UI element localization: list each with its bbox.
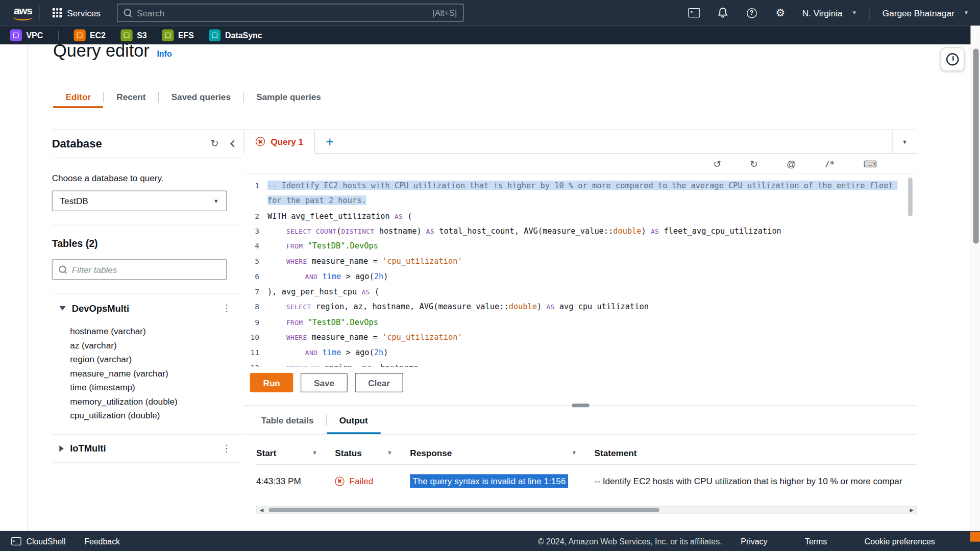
gear-icon: ⚙ [776,8,786,18]
redo-icon[interactable]: ↻ [750,159,757,168]
filter-caret-icon[interactable]: ▼ [312,449,317,456]
favorite-s3[interactable]: S3 [120,30,146,41]
column-label: Statement [594,447,636,458]
save-button[interactable]: Save [301,373,347,392]
scrollbar-corner [970,532,980,542]
s3-icon [120,30,132,41]
tab-overflow-menu[interactable]: ▼ [892,130,917,153]
scrollbar-thumb[interactable] [269,508,660,513]
tab-sample-queries[interactable]: Sample queries [244,86,334,108]
column-label: Status [335,447,361,458]
code-line[interactable]: 10 where measure_name = 'cpu_utilization… [244,330,917,345]
scrollbar-track[interactable] [266,507,907,513]
favorite-vpc[interactable]: VPC [10,30,43,41]
code-line[interactable]: 3 select count(distinct hostname) as tot… [244,223,917,239]
clear-button[interactable]: Clear [355,373,403,392]
comment-icon[interactable]: /* [825,160,835,168]
column-header-response: Response▼ [410,447,594,458]
page-scrollbar-thumb[interactable] [973,49,979,244]
scroll-left-icon[interactable]: ◀ [257,508,266,513]
at-mention-icon[interactable]: @ [787,159,796,168]
table-group-header[interactable]: IoTMulti⋮ [52,435,241,462]
cookie-preferences-link[interactable]: Cookie preferences [865,536,935,545]
nav-divider [869,6,870,20]
page-scrollbar[interactable] [971,26,980,531]
code-line[interactable]: 4 from "TestDB".DevOps [244,239,917,254]
code-line[interactable]: 8 select region, az, hostname, AVG(measu… [244,299,917,315]
filter-tables-box[interactable] [52,259,227,280]
scroll-right-icon[interactable]: ▶ [907,508,916,513]
services-menu[interactable]: Services [45,0,108,26]
kebab-menu-icon[interactable]: ⋮ [222,443,231,454]
filter-caret-icon[interactable]: ▼ [571,449,577,456]
column-header-status: Status▼ [335,447,410,458]
tab-output[interactable]: Output [327,407,380,434]
line-number: 4 [244,239,268,254]
collapse-panel-icon[interactable] [230,140,237,147]
line-number: 7 [244,284,268,299]
query-tab[interactable]: Query 1 [244,130,315,154]
database-select[interactable]: TestDB ▼ [52,190,227,211]
filter-tables-input[interactable] [72,265,220,275]
topnav-right-cluster: >_ ? ⚙ N. Virginia ▼ Gargee Bhatnagar ▼ [680,0,980,26]
help-button[interactable]: ? [737,0,766,26]
global-search-box[interactable]: [Alt+S] [117,4,464,22]
code-line[interactable]: 11 and time > ago(2h) [244,345,917,360]
favorite-ec2[interactable]: EC2 [74,30,106,41]
favorite-efs[interactable]: EFS [162,30,194,41]
feedback-link[interactable]: Feedback [84,536,120,545]
code-line[interactable]: 12 group by region, az, hostname [244,360,917,367]
cloudshell-footer-button[interactable]: >_ CloudShell [11,536,65,545]
start-cell: 4:43:33 PM [256,476,335,486]
tab-recent[interactable]: Recent [104,86,158,108]
code-line[interactable]: 2WITH avg_fleet_utilization as ( [244,208,917,223]
table-column: hostname (varchar) [70,324,241,339]
code-line[interactable]: 5 where measure_name = 'cpu_utilization' [244,254,917,269]
tab-editor[interactable]: Editor [53,86,104,108]
terms-link[interactable]: Terms [805,536,827,545]
tab-table-details[interactable]: Table details [249,407,326,434]
run-button[interactable]: Run [250,373,293,392]
undo-icon[interactable]: ↺ [714,159,721,168]
refresh-icon[interactable]: ↻ [210,139,218,149]
code-line[interactable]: 7), avg_per_host_cpu as ( [244,284,917,299]
resize-handle[interactable] [572,404,589,407]
error-icon [256,137,265,146]
settings-button[interactable]: ⚙ [766,0,795,26]
favorite-label: EC2 [90,31,106,40]
code-line[interactable]: 6 and time > ago(2h) [244,269,917,284]
choose-database-label: Choose a database to query. [52,173,241,183]
selected-text: -- Identify EC2 hosts with CPU utilizati… [267,181,898,205]
favorite-datasync[interactable]: DataSync [209,30,262,41]
services-label: Services [67,8,101,18]
aws-logo[interactable]: aws [11,5,34,21]
cloudshell-button[interactable]: >_ [680,0,708,26]
output-horizontal-scrollbar[interactable]: ◀ ▶ [256,506,917,514]
kebab-menu-icon[interactable]: ⋮ [222,303,231,314]
side-panel-toggle[interactable] [941,47,965,71]
tab-saved-queries[interactable]: Saved queries [159,86,243,108]
info-link[interactable]: Info [157,49,172,59]
sql-editor[interactable]: 1-- Identify EC2 hosts with CPU utilizat… [244,174,917,367]
privacy-link[interactable]: Privacy [741,536,767,545]
output-result-row[interactable]: 4:43:33 PM Failed The query syntax is in… [256,465,917,497]
table-group-iotmulti: IoTMulti⋮ [52,434,241,462]
console-footer: >_ CloudShell Feedback © 2024, Amazon We… [0,531,980,551]
line-number: 12 [244,360,268,367]
code-line[interactable]: 9 from "TestDB".DevOps [244,315,917,330]
editor-scrollbar-thumb[interactable] [908,178,913,216]
chevron-down-icon: ▼ [213,198,219,204]
account-menu[interactable]: Gargee Bhatnagar ▼ [875,8,976,18]
keyboard-shortcuts-icon[interactable]: ⌨ [863,159,877,168]
notifications-button[interactable] [708,0,737,26]
filter-caret-icon[interactable]: ▼ [387,449,393,456]
table-column: cpu_utilization (double) [70,409,241,423]
column-header-statement: Statement [594,447,917,458]
add-query-tab-button[interactable]: + [315,130,344,153]
code-line[interactable]: 1-- Identify EC2 hosts with CPU utilizat… [244,178,917,209]
datasync-icon [209,30,220,41]
favorite-label: VPC [26,31,43,40]
region-selector[interactable]: N. Virginia ▼ [795,8,864,18]
table-group-header[interactable]: DevOpsMulti⋮ [52,294,241,322]
search-input[interactable] [137,8,428,18]
